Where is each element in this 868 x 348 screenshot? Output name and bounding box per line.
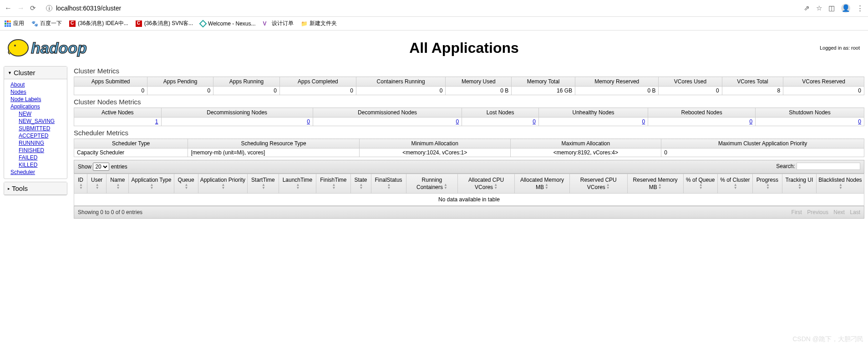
profile-avatar-icon[interactable]: 👤 [841, 4, 850, 13]
reload-button[interactable]: ⟳ [30, 4, 36, 12]
sidebar-link-finished[interactable]: FINISHED [19, 147, 64, 154]
sidebar-link-node-labels[interactable]: Node Labels [10, 96, 64, 103]
column-header[interactable]: Application Type▲▼ [129, 174, 174, 194]
metric-header: Decommissioning Nodes [161, 108, 313, 118]
column-header[interactable]: State▲▼ [350, 174, 371, 194]
metric-value: 0 [161, 118, 313, 126]
search-input[interactable] [797, 163, 860, 170]
sidebar-tools-header[interactable]: ▸Tools [4, 182, 67, 195]
sidebar-link-applications[interactable]: Applications [10, 103, 64, 110]
metric-header: Lost Nodes [462, 108, 539, 118]
sidebar-link-scheduler[interactable]: Scheduler [10, 169, 64, 176]
url-input[interactable] [56, 5, 193, 12]
metric-value: 0 [313, 118, 462, 126]
metric-link[interactable]: 1 [155, 118, 158, 125]
login-status: Logged in as: root [815, 43, 864, 52]
sort-icon: ▲▼ [150, 183, 154, 189]
panel-icon[interactable]: ◫ [828, 4, 835, 12]
column-header[interactable]: Name▲▼ [107, 174, 129, 194]
sidebar-link-killed[interactable]: KILLED [19, 161, 64, 169]
search-label: Search: [776, 163, 795, 169]
column-header[interactable]: User▲▼ [87, 174, 107, 194]
metric-header: Rebooted Nodes [648, 108, 756, 118]
svg-text:hadoop: hadoop [31, 39, 87, 56]
bookmark-item[interactable]: 📁新建文件夹 [301, 20, 337, 27]
url-bar[interactable]: i [41, 3, 798, 14]
scheduler-metrics-title: Scheduler Metrics [74, 129, 864, 137]
sidebar-header-label: Cluster [14, 69, 36, 77]
column-header[interactable]: Allocated CPU VCores▲▼ [458, 174, 514, 194]
column-header[interactable]: StartTime▲▼ [248, 174, 279, 194]
menu-icon[interactable]: ⋮ [857, 4, 863, 12]
pager-next[interactable]: Next [833, 209, 845, 215]
metric-value: 0 [648, 118, 756, 126]
metric-value: 8 [722, 87, 783, 95]
browser-toolbar: ← → ⟳ i ⇗ ☆ ◫ 👤 ⋮ [0, 0, 868, 17]
pager: First Previous Next Last [788, 209, 860, 215]
metric-value: 0 [279, 87, 356, 95]
sort-icon: ▲▼ [444, 183, 447, 189]
column-header[interactable]: Reserved Memory MB▲▼ [627, 174, 683, 194]
column-header[interactable]: Tracking UI▲▼ [782, 174, 816, 194]
column-header[interactable]: Queue▲▼ [174, 174, 198, 194]
column-header[interactable]: % of Queue▲▼ [683, 174, 717, 194]
metric-header: VCores Reserved [783, 77, 864, 87]
bookmark-label: 设计订单 [272, 20, 294, 27]
cluster-metrics-table: Apps SubmittedApps PendingApps RunningAp… [74, 77, 864, 95]
column-header[interactable]: Allocated Memory MB▲▼ [514, 174, 569, 194]
sidebar-link-about[interactable]: About [10, 81, 64, 88]
bookmark-item[interactable]: V设计订单 [263, 20, 294, 27]
sidebar-link-new-saving[interactable]: NEW_SAVING [19, 118, 64, 125]
column-header[interactable]: % of Cluster▲▼ [717, 174, 752, 194]
sidebar-link-submitted[interactable]: SUBMITTED [19, 125, 64, 132]
sidebar-link-new[interactable]: NEW [19, 110, 64, 118]
column-header[interactable]: Blacklisted Nodes▲▼ [816, 174, 864, 194]
metric-link[interactable]: 0 [533, 118, 536, 125]
column-header[interactable]: ID▲▼ [74, 174, 87, 194]
column-header[interactable]: FinalStatus▲▼ [371, 174, 406, 194]
metric-link[interactable]: 0 [642, 118, 645, 125]
pager-last[interactable]: Last [850, 209, 860, 215]
sidebar-cluster-header[interactable]: ▼Cluster [4, 67, 67, 79]
sort-icon: ▲▼ [494, 183, 497, 189]
sidebar-link-running[interactable]: RUNNING [19, 139, 64, 147]
sidebar-link-nodes[interactable]: Nodes [10, 88, 64, 96]
column-header[interactable]: Running Containers▲▼ [406, 174, 458, 194]
pager-first[interactable]: First [792, 209, 802, 215]
metric-link[interactable]: 0 [858, 118, 861, 125]
bookmark-star-icon[interactable]: ☆ [816, 4, 822, 12]
metric-value: 0 [661, 148, 864, 157]
page-header: hadoop All Applications Logged in as: ro… [0, 31, 868, 61]
sidebar-link-accepted[interactable]: ACCEPTED [19, 132, 64, 139]
info-icon[interactable]: i [46, 5, 52, 11]
sort-icon: ▲▼ [262, 183, 265, 189]
metric-header: Active Nodes [74, 108, 162, 118]
entries-select[interactable]: 20 [93, 163, 109, 171]
bookmark-item[interactable]: 🐾百度一下 [31, 20, 62, 27]
column-header[interactable]: LaunchTime▲▼ [279, 174, 316, 194]
metric-link[interactable]: 0 [749, 118, 752, 125]
metric-link[interactable]: 0 [456, 118, 459, 125]
metric-header: Memory Reserved [575, 77, 659, 87]
bookmark-item[interactable]: C(36条消息) SVN客... [136, 20, 193, 27]
metric-header: Memory Total [512, 77, 575, 87]
column-header[interactable]: Progress▲▼ [752, 174, 782, 194]
datatable-footer: Showing 0 to 0 of 0 entries First Previo… [74, 206, 864, 219]
column-header[interactable]: FinishTime▲▼ [316, 174, 350, 194]
metric-header: Memory Used [446, 77, 512, 87]
sort-icon: ▲▼ [221, 183, 225, 189]
column-header[interactable]: Reserved CPU VCores▲▼ [570, 174, 627, 194]
column-header[interactable]: Application Priority▲▼ [198, 174, 248, 194]
main-content: Cluster Metrics Apps SubmittedApps Pendi… [74, 66, 864, 219]
sidebar-header-label: Tools [12, 184, 28, 192]
svg-point-1 [14, 45, 16, 46]
apps-button[interactable]: 应用 [5, 20, 24, 27]
back-button[interactable]: ← [5, 4, 12, 12]
sidebar-link-failed[interactable]: FAILED [19, 154, 64, 161]
forward-button[interactable]: → [17, 4, 25, 12]
share-icon[interactable]: ⇗ [804, 4, 810, 12]
pager-prev[interactable]: Previous [807, 209, 828, 215]
bookmark-item[interactable]: Welcome - Nexus... [200, 20, 255, 27]
metric-link[interactable]: 0 [307, 118, 310, 125]
bookmark-item[interactable]: C(36条消息) IDEA中... [69, 20, 128, 27]
